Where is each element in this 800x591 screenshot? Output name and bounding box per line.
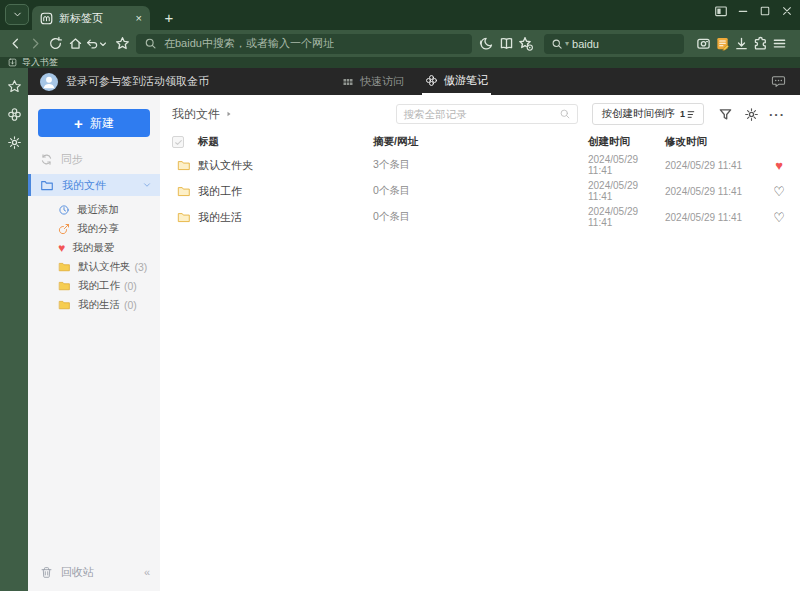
tab-title: 新标签页 [59, 11, 132, 26]
item-count: (3) [135, 261, 148, 273]
sort-order-button[interactable]: 按创建时间倒序 1 [592, 103, 704, 125]
notes-sidebar: + 新建 同步 我的文件 最 [28, 95, 160, 591]
collapse-sidebar-icon[interactable]: « [144, 566, 150, 578]
chevron-down-icon[interactable] [142, 180, 152, 190]
new-note-button[interactable]: + 新建 [38, 109, 150, 137]
folder-icon [177, 159, 198, 172]
split-screen-icon[interactable] [710, 1, 732, 21]
breadcrumb[interactable]: 我的文件 [172, 106, 233, 123]
folder-icon [40, 179, 54, 192]
sidebar-item-label: 我的分享 [77, 222, 119, 236]
forward-icon[interactable] [25, 33, 45, 54]
sidebar-item-sync[interactable]: 同步 [28, 149, 160, 169]
row-summary: 3个条目 [373, 158, 588, 172]
download-icon[interactable] [732, 33, 751, 54]
undo-icon [85, 37, 99, 51]
row-title[interactable]: 默认文件夹 [198, 158, 373, 173]
filter-funnel-icon[interactable] [714, 103, 736, 125]
sidebar-item-favorites[interactable]: ♥ 我的最爱 [28, 238, 160, 257]
sidebar-spacer [28, 314, 160, 561]
browser-tab[interactable]: 新标签页 × [32, 6, 150, 30]
sidebar-item-life-folder[interactable]: 我的生活 (0) [28, 295, 160, 314]
notes-main: 我的文件 按创建时间倒序 1 [160, 95, 800, 591]
browser-search-box[interactable]: ▾ [544, 34, 684, 54]
chevron-down-icon [12, 9, 23, 20]
tab-close-icon[interactable]: × [136, 12, 142, 24]
column-header-modified[interactable]: 修改时间 [665, 135, 770, 149]
table-row[interactable]: 我的生活 0个条目 2024/05/29 11:41 2024/05/29 11… [160, 204, 800, 230]
column-header-title[interactable]: 标题 [198, 135, 373, 149]
sidebar-item-work-folder[interactable]: 我的工作 (0) [28, 276, 160, 295]
item-count: (0) [124, 299, 137, 311]
folder-icon [58, 280, 71, 292]
favorite-heart-icon[interactable]: ♡ [773, 185, 785, 198]
address-bar[interactable]: 在baidu中搜索，或者输入一个网址 [136, 34, 472, 54]
browser-search-input[interactable] [572, 38, 662, 50]
sidebar-item-default-folder[interactable]: 默认文件夹 (3) [28, 257, 160, 276]
row-created: 2024/05/29 11:41 [588, 180, 665, 202]
new-tab-button[interactable]: + [158, 6, 180, 28]
settings-gear-icon[interactable] [7, 135, 22, 150]
refresh-icon[interactable] [45, 33, 65, 54]
maximize-button[interactable] [754, 1, 776, 21]
row-title[interactable]: 我的生活 [198, 210, 373, 225]
reader-mode-icon[interactable] [496, 33, 516, 54]
sidebar-item-recycle-bin[interactable]: 回收站 « [28, 561, 160, 583]
notes-search-input[interactable] [403, 108, 559, 120]
clock-icon [58, 204, 70, 216]
row-modified: 2024/05/29 11:41 [665, 160, 770, 171]
breadcrumb-label: 我的文件 [172, 106, 220, 123]
sidebar-item-label: 我的最爱 [72, 241, 114, 255]
tab-label: 快速访问 [360, 74, 404, 89]
screenshot-camera-icon[interactable] [694, 33, 713, 54]
user-avatar[interactable] [40, 73, 58, 91]
favorite-heart-icon[interactable]: ♡ [773, 211, 785, 224]
tab-bar: 新标签页 × + [0, 0, 800, 30]
column-header-summary[interactable]: 摘要/网址 [373, 135, 588, 149]
new-button-label: 新建 [90, 115, 114, 132]
tab-list-button[interactable] [5, 4, 29, 25]
undo-dropdown-icon [99, 40, 107, 48]
maxnote-icon[interactable] [713, 33, 732, 54]
sidebar-item-shares[interactable]: 我的分享 [28, 219, 160, 238]
sidebar-item-label: 我的工作 [78, 279, 120, 293]
column-header-created[interactable]: 创建时间 [588, 135, 665, 149]
sidebar-item-recent[interactable]: 最近添加 [28, 200, 160, 219]
heart-icon: ♥ [58, 242, 65, 254]
sidebar-item-label: 同步 [61, 152, 83, 167]
favorites-star-icon[interactable] [7, 79, 22, 94]
address-placeholder-text: 在baidu中搜索，或者输入一个网址 [164, 36, 334, 51]
more-options-icon[interactable]: ··· [766, 103, 788, 125]
extensions-puzzle-icon[interactable] [751, 33, 770, 54]
row-summary: 0个条目 [373, 184, 588, 198]
bookmark-settings-icon[interactable] [516, 33, 536, 54]
maxnote-clover-icon[interactable] [7, 107, 22, 122]
tab-maxnote[interactable]: 傲游笔记 [422, 68, 491, 95]
table-row[interactable]: 默认文件夹 3个条目 2024/05/29 11:41 2024/05/29 1… [160, 152, 800, 178]
login-banner[interactable]: 登录可参与签到活动领取金币 [66, 74, 209, 89]
sidebar-item-my-files[interactable]: 我的文件 [28, 174, 160, 196]
back-icon[interactable] [5, 33, 25, 54]
undo-button[interactable] [85, 37, 112, 51]
notes-search-box[interactable] [396, 104, 578, 124]
menu-hamburger-icon[interactable] [770, 33, 789, 54]
night-mode-icon[interactable] [476, 33, 496, 54]
feedback-bubble-icon[interactable] [771, 74, 786, 89]
clover-icon [425, 74, 438, 87]
table-row[interactable]: 我的工作 0个条目 2024/05/29 11:41 2024/05/29 11… [160, 178, 800, 204]
sidebar-item-label: 我的文件 [62, 178, 106, 193]
row-title[interactable]: 我的工作 [198, 184, 373, 199]
select-all-checkbox[interactable] [172, 136, 184, 148]
view-settings-gear-icon[interactable] [740, 103, 762, 125]
close-button[interactable] [776, 1, 798, 21]
item-count: (0) [124, 280, 137, 292]
favorite-heart-icon[interactable]: ♥ [775, 159, 783, 172]
tab-quick-access[interactable]: 快速访问 [342, 68, 404, 95]
app-right: 登录可参与签到活动领取金币 快速访问 傲游笔记 + 新建 [28, 68, 800, 591]
minimize-button[interactable] [732, 1, 754, 21]
search-engine-caret-icon[interactable]: ▾ [565, 39, 569, 48]
maxthon-logo-icon [40, 12, 53, 25]
home-icon[interactable] [65, 33, 85, 54]
favorite-star-icon[interactable] [112, 33, 132, 54]
plus-icon: + [74, 115, 83, 132]
